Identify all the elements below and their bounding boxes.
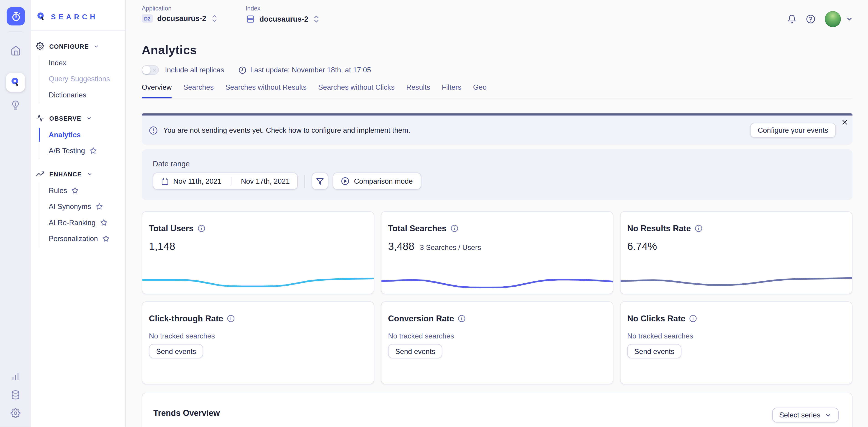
index-value: docusaurus-2 [259,15,308,23]
date-range-picker[interactable]: Nov 11th, 2021 Nov 17th, 2021 [153,172,298,190]
play-circle-icon [341,177,349,185]
send-events-button[interactable]: Send events [388,344,442,358]
analytics-tabs: Overview Searches Searches without Resul… [142,83,487,98]
tab-filters[interactable]: Filters [442,83,461,98]
star-icon [95,203,103,210]
send-events-button[interactable]: Send events [627,344,682,358]
sidebar-item-ai-synonyms[interactable]: AI Synonyms [39,198,125,215]
funnel-icon [316,177,324,185]
stopwatch-app-button[interactable] [7,7,25,26]
data-sources-button[interactable] [6,386,25,404]
section-observe[interactable]: OBSERVE [31,114,125,122]
search-icon [10,77,21,88]
no-results-rate-sparkline [621,270,852,293]
help-button[interactable] [806,14,815,24]
date-range-label: Date range [153,160,190,168]
comparison-mode-button[interactable]: Comparison mode [333,172,421,190]
info-icon[interactable] [694,224,702,232]
empty-state-text: No tracked searches [149,332,374,340]
sidebar-item-label: Query Suggestions [49,75,110,83]
application-selector[interactable]: Application D2 docusaurus-2 [142,5,217,24]
index-selector[interactable]: Index docusaurus-2 [246,5,319,24]
select-series-button[interactable]: Select series [772,408,839,423]
last-update-text: Last update: November 18th, at 17:05 [250,66,371,74]
filter-button[interactable] [312,172,329,190]
tab-overview[interactable]: Overview [142,83,172,98]
settings-button[interactable] [6,404,25,423]
trending-up-icon [36,170,44,178]
section-observe-label: OBSERVE [49,115,81,121]
include-replicas-toggle[interactable] [142,65,159,75]
tab-searches[interactable]: Searches [183,83,214,98]
sidebar-item-label: Dictionaries [49,91,86,99]
trends-overview-card: Trends Overview Select series [142,393,852,427]
metric-card-click-through-rate: Click-through Rate No tracked searches S… [142,301,374,384]
sidebar-item-dictionaries[interactable]: Dictionaries [39,87,125,103]
sidebar-item-query-suggestions[interactable]: Query Suggestions [39,71,125,87]
section-enhance[interactable]: ENHANCE [31,170,125,178]
banner-message: You are not sending events yet. Check ho… [163,126,410,134]
page-meta: Include all replicas Last update: Novemb… [142,65,371,75]
help-circle-icon [806,14,815,24]
card-title: Click-through Rate [149,314,223,323]
chevron-down-icon [846,15,853,23]
total-searches-sparkline [381,270,613,293]
tabs-border [142,98,852,98]
chevron-down-icon [86,116,92,121]
application-label: Application [142,5,217,11]
select-chevrons-icon [314,15,319,23]
avatar[interactable] [825,11,841,27]
section-configure[interactable]: CONFIGURE [31,42,125,50]
tab-geo[interactable]: Geo [473,83,487,98]
info-icon[interactable] [689,314,697,322]
sidebar-item-analytics[interactable]: Analytics [39,127,125,142]
index-icon [246,14,255,24]
notifications-button[interactable] [787,14,797,24]
gear-icon [36,42,44,50]
database-icon [10,390,21,400]
sidebar-item-ai-re-ranking[interactable]: AI Re-Ranking [39,215,125,231]
usage-stats-button[interactable] [6,367,25,386]
info-icon[interactable] [197,224,205,232]
sidebar-item-label: AI Synonyms [49,202,91,210]
sidebar-item-label: Personalization [49,234,98,243]
sidebar-item-rules[interactable]: Rules [39,183,125,198]
sidebar-item-label: A/B Testing [49,146,85,155]
sidebar-item-index[interactable]: Index [39,55,125,71]
select-series-label: Select series [779,411,820,419]
tab-searches-without-results[interactable]: Searches without Results [225,83,306,98]
activity-icon [36,114,44,122]
close-icon[interactable] [841,119,848,125]
chevron-down-icon [94,43,99,49]
top-right-actions [787,11,853,27]
send-events-button[interactable]: Send events [149,344,204,358]
sidebar-item-ab-testing[interactable]: A/B Testing [39,143,125,159]
search-product-button[interactable] [6,73,25,92]
info-icon[interactable] [458,314,466,322]
gear-icon [10,408,21,418]
tab-results[interactable]: Results [406,83,430,98]
events-banner: You are not sending events yet. Check ho… [142,113,852,145]
configure-items: Index Query Suggestions Dictionaries [39,55,125,103]
info-icon[interactable] [451,224,458,232]
application-value: docusaurus-2 [157,14,206,23]
card-subtext: 3 Searches / Users [420,243,481,252]
home-button[interactable] [6,41,25,60]
card-title: Total Users [149,224,194,233]
configure-events-button[interactable]: Configure your events [750,123,836,138]
product-logo[interactable]: SEARCH [31,0,125,22]
star-icon [89,147,97,154]
index-label: Index [246,5,319,11]
empty-state-text: No tracked searches [627,332,852,340]
empty-state-text: No tracked searches [388,332,613,340]
recommend-button[interactable] [6,96,25,114]
sidebar-item-personalization[interactable]: Personalization [39,231,125,247]
account-menu-button[interactable] [846,15,853,23]
home-icon [10,45,21,56]
card-title: Conversion Rate [388,314,454,323]
tab-searches-without-clicks[interactable]: Searches without Clicks [318,83,395,98]
info-icon[interactable] [227,314,235,322]
page-title: Analytics [142,43,197,58]
metric-card-total-searches: Total Searches 3,488 3 Searches / Users [381,211,614,294]
calendar-icon [161,177,169,185]
